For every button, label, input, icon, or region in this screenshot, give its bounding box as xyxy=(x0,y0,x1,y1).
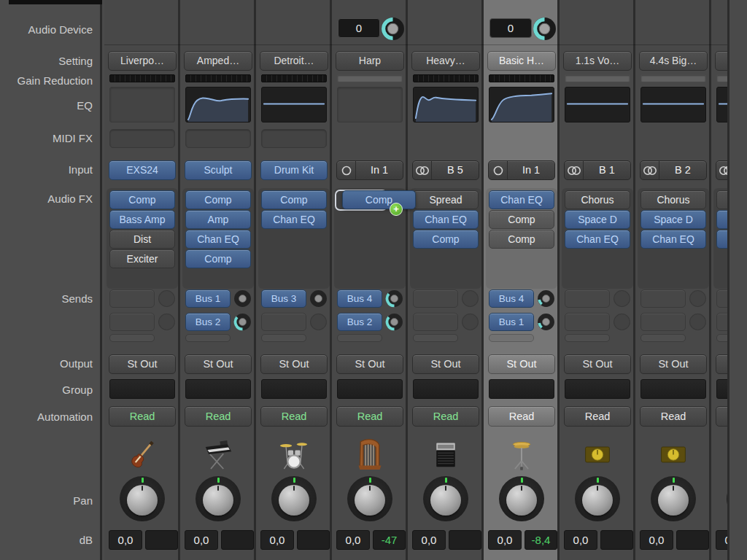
input-instrument-button[interactable]: EXS24 xyxy=(109,160,176,180)
bass-guitar-icon[interactable] xyxy=(104,435,180,473)
automation-mode-button[interactable]: Read xyxy=(185,406,252,427)
audio-device-value[interactable]: 0 xyxy=(338,18,380,38)
send-level-knob[interactable] xyxy=(461,313,479,331)
hi-hat-icon[interactable] xyxy=(484,435,560,473)
automation-mode-button[interactable]: Read xyxy=(564,406,631,427)
send-level-knob[interactable] xyxy=(309,289,328,308)
midi-fx-slot[interactable] xyxy=(261,129,327,148)
audio-device-knob[interactable] xyxy=(533,17,557,44)
send-level-knob[interactable] xyxy=(233,289,252,308)
input-button[interactable]: In 1 xyxy=(336,160,403,180)
eq-thumbnail[interactable] xyxy=(640,87,706,122)
amp-cabinet-icon[interactable] xyxy=(408,435,484,473)
send-bus-button[interactable]: Bus 3 xyxy=(261,289,306,308)
send-bus-button[interactable]: Bus 4 xyxy=(489,289,534,308)
eq-thumbnail[interactable] xyxy=(261,87,327,122)
automation-mode-button[interactable]: Read xyxy=(336,406,403,427)
peak-db-value[interactable] xyxy=(600,530,633,550)
peak-db-value[interactable] xyxy=(676,530,709,550)
audio-fx-slot-button[interactable]: Comp xyxy=(413,230,479,249)
output-button[interactable]: St Out xyxy=(336,354,403,374)
automation-mode-button[interactable]: Read xyxy=(260,406,328,427)
group-slot[interactable] xyxy=(640,379,706,399)
send-slot-empty[interactable] xyxy=(261,313,306,331)
group-slot[interactable] xyxy=(185,379,251,399)
plugin-drag-ghost[interactable]: Comp xyxy=(342,190,416,209)
audio-fx-slot-button[interactable]: Chan EQ xyxy=(261,210,327,229)
volume-db-value[interactable]: 0,0 xyxy=(716,530,729,550)
pan-knob[interactable] xyxy=(347,476,392,521)
eq-thumbnail[interactable] xyxy=(565,87,630,122)
audio-fx-slot-button[interactable]: Chan EQ xyxy=(489,190,554,209)
input-button[interactable]: In 1 xyxy=(488,160,555,180)
eq-thumbnail[interactable] xyxy=(185,87,251,122)
output-button[interactable]: St Out xyxy=(412,354,479,374)
automation-mode-button[interactable]: Read xyxy=(488,406,555,427)
automation-mode-button[interactable]: Read xyxy=(412,406,479,427)
send-level-knob[interactable] xyxy=(385,289,403,308)
audio-fx-slot-button[interactable]: Chorus xyxy=(716,190,729,209)
send-slot-empty[interactable] xyxy=(413,313,458,331)
send-level-knob[interactable] xyxy=(613,289,631,308)
volume-db-value[interactable]: 0,0 xyxy=(185,530,218,550)
eq-thumbnail[interactable] xyxy=(109,87,175,122)
setting-button[interactable]: Harp xyxy=(336,51,404,71)
send-bus-button[interactable]: Bus 1 xyxy=(185,289,231,308)
input-button[interactable]: B 5 xyxy=(412,160,479,180)
audio-fx-slot-button[interactable]: Chorus xyxy=(565,190,630,209)
audio-fx-slot-button[interactable]: Comp xyxy=(489,210,554,229)
gold-knob-icon[interactable] xyxy=(560,435,635,473)
audio-fx-slot-button[interactable]: Comp xyxy=(261,190,327,209)
send-bus-button[interactable]: Bus 1 xyxy=(489,313,534,331)
send-slot-empty[interactable] xyxy=(716,289,729,308)
volume-db-value[interactable]: 0,0 xyxy=(260,530,294,550)
drum-kit-icon[interactable] xyxy=(256,435,332,473)
eq-thumbnail[interactable] xyxy=(489,87,554,122)
keyboard-icon[interactable] xyxy=(180,435,256,473)
input-button[interactable]: B 1 xyxy=(564,160,631,180)
pan-knob[interactable] xyxy=(196,476,241,521)
send-slot-empty[interactable] xyxy=(640,289,686,308)
group-slot[interactable] xyxy=(716,379,729,399)
send-level-knob[interactable] xyxy=(537,313,555,331)
input-button[interactable]: B 3 xyxy=(716,160,729,180)
audio-fx-slot-button[interactable]: Comp xyxy=(185,249,251,268)
peak-db-value[interactable]: -47 xyxy=(373,530,406,550)
setting-button[interactable]: Amped… xyxy=(184,51,252,71)
send-slot-empty[interactable] xyxy=(413,289,458,308)
volume-db-value[interactable]: 0,0 xyxy=(564,530,597,550)
send-level-knob[interactable] xyxy=(385,313,403,331)
send-bus-button[interactable]: Bus 2 xyxy=(337,313,382,331)
eq-thumbnail[interactable] xyxy=(337,87,403,122)
input-button[interactable]: B 2 xyxy=(640,160,707,180)
group-slot[interactable] xyxy=(565,379,630,399)
setting-button[interactable]: Basic H… xyxy=(487,51,556,71)
send-slot-empty[interactable] xyxy=(565,313,610,331)
send-slot-empty[interactable] xyxy=(565,289,610,308)
volume-db-value[interactable]: 0,0 xyxy=(488,530,522,550)
audio-fx-slot-button[interactable]: Space D xyxy=(640,210,706,229)
midi-fx-slot[interactable] xyxy=(185,129,251,148)
audio-device-knob[interactable] xyxy=(381,17,405,44)
pan-knob[interactable] xyxy=(120,476,165,521)
automation-mode-button[interactable]: Read xyxy=(109,406,176,427)
gold-knob-icon[interactable] xyxy=(711,435,729,473)
peak-db-value[interactable] xyxy=(297,530,330,550)
eq-thumbnail[interactable] xyxy=(413,87,479,122)
output-button[interactable]: St Out xyxy=(716,354,729,374)
pan-knob[interactable] xyxy=(727,476,729,521)
send-slot-empty[interactable] xyxy=(109,289,155,308)
group-slot[interactable] xyxy=(337,379,403,399)
group-slot[interactable] xyxy=(109,379,175,399)
audio-fx-slot-button[interactable]: Chan EQ xyxy=(565,230,630,249)
automation-mode-button[interactable]: Read xyxy=(640,406,707,427)
send-slot-empty[interactable] xyxy=(640,313,686,331)
audio-fx-slot-button[interactable]: Dist xyxy=(109,230,175,249)
automation-mode-button[interactable]: Read xyxy=(716,406,729,427)
setting-button[interactable]: 4.4s Big… xyxy=(639,51,708,71)
audio-fx-slot-button[interactable]: Spread xyxy=(413,190,479,209)
send-level-knob[interactable] xyxy=(461,289,479,308)
audio-fx-slot-button[interactable]: Bass Amp xyxy=(109,210,175,229)
send-slot-empty[interactable] xyxy=(716,313,729,331)
output-button[interactable]: St Out xyxy=(564,354,631,374)
